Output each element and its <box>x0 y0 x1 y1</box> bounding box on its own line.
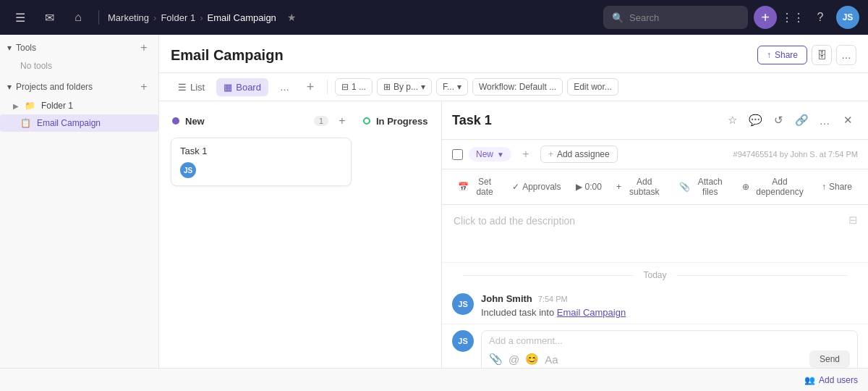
projects-section-header[interactable]: ▾ Projects and folders + <box>0 74 158 97</box>
attach-files-button[interactable]: 📎 Attach files <box>673 174 733 200</box>
attach-comment-button[interactable]: 📎 <box>489 353 503 366</box>
sidebar-active-item-label: Email Campaign <box>37 118 101 128</box>
bottom-bar: 👥 Add users <box>0 368 868 391</box>
archive-icon: 🗄 <box>817 49 827 61</box>
task-tag-add-button[interactable]: + <box>517 146 535 163</box>
mail-button[interactable]: ✉ <box>38 6 61 29</box>
content-area: Email Campaign ↑ Share 🗄 … ☰ List <box>159 35 868 368</box>
share-button[interactable]: ↑ Share <box>757 46 807 64</box>
task-body: Click to add the description ⊟ Today JS … <box>442 205 868 368</box>
tools-section-header[interactable]: ▾ Tools + <box>0 35 158 58</box>
task-comments-section: Today JS John Smith 7:54 PM Included tas… <box>442 263 868 368</box>
archive-button[interactable]: 🗄 <box>812 45 832 65</box>
task-comment-button[interactable]: 💬 <box>745 110 765 130</box>
projects-add-button[interactable]: + <box>137 80 151 94</box>
task-id-info: #947465514 by John S. at 7:54 PM <box>733 150 858 159</box>
add-users-icon: 👥 <box>804 375 815 385</box>
chevron-down-icon-projects: ▾ <box>7 82 12 92</box>
task-card[interactable]: Task 1 JS <box>171 138 352 186</box>
project-header: Email Campaign ↑ Share 🗄 … <box>159 35 868 73</box>
add-view-button[interactable]: + <box>301 77 320 96</box>
add-dependency-button[interactable]: ⊕ Add dependency <box>736 174 813 200</box>
tools-add-button[interactable]: + <box>137 41 151 55</box>
nav-actions: + ⋮⋮ ? JS <box>754 6 859 29</box>
comment-link[interactable]: Email Campaign <box>557 307 626 318</box>
comment-author: John Smith <box>481 293 532 304</box>
filter-button[interactable]: ⊟ 1 ... <box>335 78 373 96</box>
approvals-button[interactable]: ✓ Approvals <box>506 179 566 195</box>
column-count-new: 1 <box>314 116 328 126</box>
send-button[interactable]: Send <box>809 350 850 368</box>
search-icon: 🔍 <box>612 12 624 23</box>
help-button[interactable]: ? <box>809 6 832 29</box>
task-status-tag[interactable]: New ▼ <box>469 147 511 161</box>
history-icon: ↺ <box>774 114 783 127</box>
format-button[interactable]: Aa <box>545 353 558 366</box>
workflow-button[interactable]: Workflow: Default ... <box>472 78 563 96</box>
chevron-icon: ▾ <box>421 82 425 92</box>
task-id: #947465514 <box>733 150 778 159</box>
breadcrumb-folder1[interactable]: Folder 1 <box>161 12 195 23</box>
projects-section: ▾ Projects and folders + ▶ 📁 Folder 1 📋 … <box>0 74 158 132</box>
emoji-button[interactable]: 😊 <box>525 353 539 366</box>
mention-button[interactable]: @ <box>509 353 519 366</box>
project-more-button[interactable]: … <box>836 45 856 65</box>
task-link-button[interactable]: 🔗 <box>791 110 812 130</box>
comment-header: John Smith 7:54 PM <box>481 293 858 304</box>
task-checkbox[interactable] <box>452 149 463 160</box>
description-placeholder: Click to add the description <box>454 215 575 227</box>
tab-board[interactable]: ▦ Board <box>216 78 268 96</box>
add-assignee-button[interactable]: + Add assignee <box>540 146 618 163</box>
folder-item[interactable]: ▶ 📁 Folder 1 <box>0 97 158 114</box>
grid-button[interactable]: ⋮⋮ <box>781 6 804 29</box>
column-header-new: New 1 + <box>171 110 352 132</box>
link-icon: 🔗 <box>795 114 809 127</box>
user-avatar[interactable]: JS <box>836 6 859 29</box>
status-dot-new <box>172 117 179 125</box>
column-title-in-progress: In Progress <box>376 116 441 127</box>
search-bar: 🔍 <box>603 6 748 29</box>
group-button[interactable]: ⊞ By p... ▾ <box>377 78 432 96</box>
task-close-button[interactable]: ✕ <box>838 110 858 130</box>
menu-button[interactable]: ☰ <box>9 6 32 29</box>
breadcrumb-star-button[interactable]: ★ <box>281 6 304 29</box>
column-add-task-button-new[interactable]: + <box>334 113 350 129</box>
task-star-button[interactable]: ☆ <box>722 110 742 130</box>
comment-icon: 💬 <box>749 114 762 127</box>
edit-workflow-button[interactable]: Edit wor... <box>567 78 618 96</box>
top-nav: ☰ ✉ ⌂ Marketing › Folder 1 › Email Campa… <box>0 0 868 35</box>
task-description-area[interactable]: Click to add the description ⊟ <box>442 205 868 263</box>
search-input[interactable] <box>629 12 739 23</box>
task-history-button[interactable]: ↺ <box>768 110 788 130</box>
board-column-in-progress: In Progress + <box>362 110 441 359</box>
set-date-button[interactable]: 📅 Set date <box>452 174 503 200</box>
tab-more[interactable]: … <box>273 78 297 96</box>
tab-list[interactable]: ☰ List <box>171 78 212 96</box>
task-header-actions: ☆ 💬 ↺ 🔗 … <box>722 110 858 130</box>
subtask-icon: + <box>616 182 621 192</box>
sidebar-item-email-campaign[interactable]: 📋 Email Campaign <box>0 114 158 132</box>
folder-expand-icon: ▶ <box>13 102 19 110</box>
add-subtask-button[interactable]: + Add subtask <box>610 174 671 200</box>
toolbar: ☰ List ▦ Board … + ⊟ 1 ... ⊞ By p... ▾ <box>159 73 868 101</box>
column-header-in-progress: In Progress + <box>362 110 441 132</box>
add-users-button[interactable]: 👥 Add users <box>804 375 858 385</box>
board-icon: ▦ <box>224 82 232 93</box>
timer-button[interactable]: ▶ 0:00 <box>570 179 608 195</box>
comment-time: 7:54 PM <box>538 295 568 303</box>
comment-input[interactable] <box>489 335 850 346</box>
breadcrumb-marketing[interactable]: Marketing <box>108 12 149 23</box>
home-button[interactable]: ⌂ <box>67 6 90 29</box>
global-add-button[interactable]: + <box>754 6 777 29</box>
share-icon-detail: ↑ <box>822 182 826 192</box>
f-button[interactable]: F... ▾ <box>436 78 468 96</box>
share-icon: ↑ <box>767 50 771 60</box>
list-icon: ☰ <box>178 82 187 93</box>
task-card-footer: JS <box>180 162 342 178</box>
comment-item: JS John Smith 7:54 PM Included task into… <box>442 287 868 324</box>
task-detail-title: Task 1 <box>452 113 718 128</box>
folder-icon: 📁 <box>25 101 35 111</box>
detail-share-button[interactable]: ↑ Share <box>816 179 858 195</box>
task-more-button[interactable]: … <box>814 110 835 130</box>
task-actions-bar: 📅 Set date ✓ Approvals ▶ 0:00 + Add subt… <box>442 169 868 205</box>
